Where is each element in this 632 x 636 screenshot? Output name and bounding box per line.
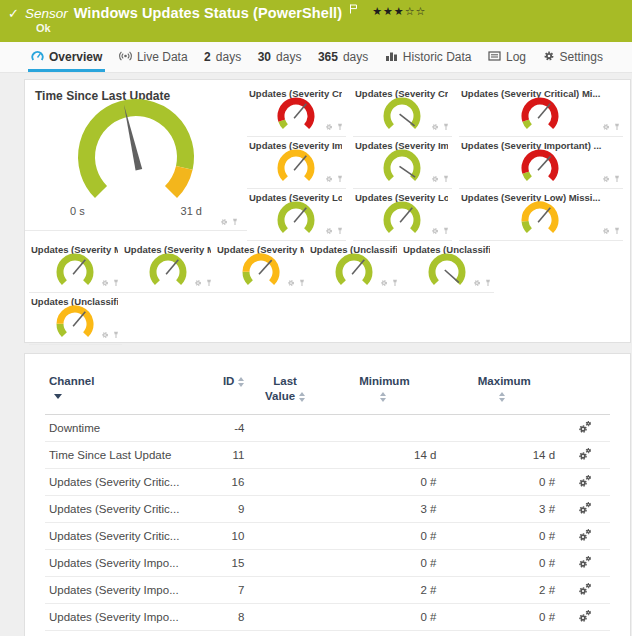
column-label: Maximum <box>478 374 522 404</box>
gauge-pin-icon[interactable] <box>484 273 492 291</box>
tab-overview[interactable]: Overview <box>28 42 105 72</box>
table-row: Updates (Severity Critic...100 #0 # <box>45 522 610 549</box>
gauge-gear-icon[interactable] <box>194 273 202 291</box>
cell-edit <box>559 522 610 549</box>
gauge-pin-icon[interactable] <box>613 221 621 239</box>
column-header-channel[interactable]: Channel <box>45 370 192 414</box>
gauge-gear-icon[interactable] <box>602 169 610 187</box>
gauge-gear-icon[interactable] <box>101 273 109 291</box>
edit-channel-icon[interactable] <box>578 501 592 517</box>
cell-maximum: 2 # <box>440 576 559 603</box>
gauge-pin-icon[interactable] <box>442 169 450 187</box>
tab-2-days[interactable]: 2days <box>201 42 244 72</box>
gauge-pin-icon[interactable] <box>336 117 344 135</box>
gauge <box>48 97 224 209</box>
column-label: Channel <box>49 374 93 404</box>
gauge-pin-icon[interactable] <box>231 224 239 226</box>
tab-live-data[interactable]: Live Data <box>116 42 191 72</box>
gauge-gear-icon[interactable] <box>220 224 228 226</box>
gauge-title: Updates (Severity Low) Hidden <box>249 192 342 203</box>
gauge-pin-icon[interactable] <box>613 169 621 187</box>
cell-last-value <box>248 468 321 495</box>
tab-30-days[interactable]: 30days <box>255 42 305 72</box>
cell-channel[interactable]: Updates (Severity Critic... <box>45 522 192 549</box>
cell-minimum: 2 # <box>322 576 441 603</box>
gauge-pin-icon[interactable] <box>336 169 344 187</box>
tab-settings[interactable]: Settings <box>540 42 606 72</box>
cell-minimum: 0 # <box>322 603 441 630</box>
cell-channel[interactable]: Updates (Severity Critic... <box>45 468 192 495</box>
gauge-title: Updates (Severity Critical) Hi... <box>249 88 342 99</box>
gauge-gear-icon[interactable] <box>602 117 610 135</box>
gauge-gear-icon[interactable] <box>431 117 439 135</box>
cell-channel[interactable]: Updates (Severity Critic... <box>45 495 192 522</box>
cell-channel[interactable]: Time Since Last Update <box>45 441 192 468</box>
gauge-pin-icon[interactable] <box>112 273 120 291</box>
gauge <box>52 253 98 287</box>
column-header-minimum[interactable]: Minimum <box>322 370 441 414</box>
gauge-gear-icon[interactable] <box>431 221 439 239</box>
tab-label: Log <box>506 50 526 64</box>
gauge-needle <box>538 208 550 223</box>
edit-channel-icon[interactable] <box>578 528 592 544</box>
gauge-gear-icon[interactable] <box>602 221 610 239</box>
stars-empty: ☆☆ <box>405 5 427 17</box>
gauge-gear-icon[interactable] <box>101 325 109 343</box>
cell-maximum: 3 # <box>440 495 559 522</box>
cell-channel[interactable]: Updates (Severity Impo... <box>45 603 192 630</box>
edit-channel-icon[interactable] <box>578 582 592 598</box>
gauge-pin-icon[interactable] <box>391 273 399 291</box>
gauge-gear-icon[interactable] <box>325 169 333 187</box>
edit-channel-icon[interactable] <box>578 474 592 490</box>
gauge <box>517 97 563 131</box>
cell-last-value <box>248 549 321 576</box>
column-header-maximum[interactable]: Maximum <box>440 370 559 414</box>
cell-last-value <box>248 522 321 549</box>
cell-channel[interactable]: Updates (Severity Impo... <box>45 576 192 603</box>
tab-log[interactable]: Log <box>485 42 529 72</box>
tab-365-days[interactable]: 365days <box>315 42 371 72</box>
gauge-tile: Updates (Unclassified) Install... <box>401 241 494 293</box>
edit-channel-icon[interactable] <box>578 555 592 571</box>
tab-bar: Overview Live Data2days30days365days His… <box>0 42 632 73</box>
gauge-gear-icon[interactable] <box>287 273 295 291</box>
cell-channel[interactable]: Updates (Severity Low) ... <box>45 630 192 636</box>
gauge-pin-icon[interactable] <box>613 117 621 135</box>
column-header-last-value[interactable]: Last Value <box>248 370 321 414</box>
edit-channel-icon[interactable] <box>578 447 592 463</box>
gauge-gear-icon[interactable] <box>431 169 439 187</box>
gauge-title: Updates (Unclassified) Missing <box>31 296 118 307</box>
cell-last-value <box>248 414 321 441</box>
priority-stars[interactable]: ★★★☆☆ <box>372 5 426 18</box>
priority-flag-icon[interactable] <box>349 0 358 18</box>
gauge-pin-icon[interactable] <box>442 117 450 135</box>
gauge-needle <box>399 114 414 126</box>
gauge-gear-icon[interactable] <box>325 117 333 135</box>
gauge <box>273 97 319 131</box>
cell-maximum: 0 # <box>440 603 559 630</box>
gauge-pin-icon[interactable] <box>298 273 306 291</box>
gauge-needle <box>352 260 364 275</box>
gauge-title: Updates (Severity Important) ... <box>249 140 342 151</box>
gauge-pin-icon[interactable] <box>336 221 344 239</box>
gauge-pin-icon[interactable] <box>205 273 213 291</box>
edit-channel-icon[interactable] <box>578 420 592 436</box>
edit-channel-icon[interactable] <box>578 609 592 625</box>
gauge-pin-icon[interactable] <box>442 221 450 239</box>
tab-historic-data[interactable]: Historic Data <box>382 42 475 72</box>
cell-channel[interactable]: Updates (Severity Impo... <box>45 549 192 576</box>
column-header-id[interactable]: ID <box>192 370 249 414</box>
gauge-gear-icon[interactable] <box>473 273 481 291</box>
cell-edit <box>559 576 610 603</box>
gauge-scale-max: 31 d <box>181 205 202 217</box>
cell-maximum: 0 # <box>440 549 559 576</box>
gauge-tile: Updates (Unclassified) Missing <box>29 293 122 345</box>
gauge-gear-icon[interactable] <box>380 273 388 291</box>
gauge-pin-icon[interactable] <box>112 325 120 343</box>
cell-minimum: 0 # <box>322 630 441 636</box>
cell-channel[interactable]: Downtime <box>45 414 192 441</box>
gauge-tile: Updates (Severity Critical) Hi... <box>247 85 346 137</box>
gauge-gear-icon[interactable] <box>325 221 333 239</box>
gauge-title: Updates (Severity Moderate) ... <box>31 244 118 255</box>
cell-minimum: 0 # <box>322 549 441 576</box>
